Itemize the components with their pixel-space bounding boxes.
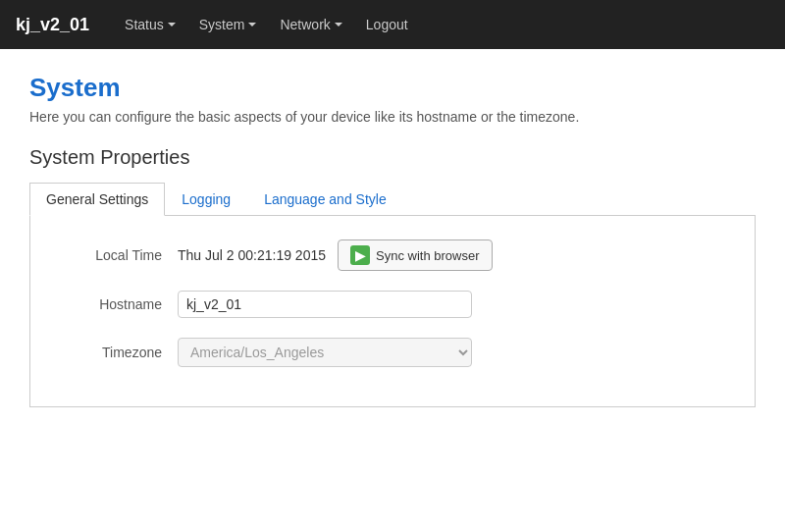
hostname-input[interactable]	[178, 291, 472, 318]
nav-brand[interactable]: kj_v2_01	[16, 15, 89, 35]
hostname-row: Hostname	[50, 291, 735, 318]
timezone-label: Timezone	[50, 345, 178, 360]
page-description: Here you can configure the basic aspects…	[29, 109, 756, 125]
timezone-select[interactable]: America/Los_Angeles UTC America/New_York…	[178, 338, 472, 367]
local-time-label: Local Time	[50, 247, 178, 263]
section-title: System Properties	[29, 146, 756, 169]
nav-item-logout[interactable]: Logout	[354, 0, 420, 49]
local-time-row: Local Time Thu Jul 2 00:21:19 2015 ▶ Syn…	[50, 239, 735, 271]
navbar: kj_v2_01 Status System Network Logout	[0, 0, 785, 49]
caret-icon	[168, 23, 176, 27]
tab-logging[interactable]: Logging	[165, 183, 247, 216]
sync-icon: ▶	[350, 245, 370, 265]
nav-item-network[interactable]: Network	[268, 0, 353, 49]
caret-icon	[335, 23, 342, 27]
main-content: System Here you can configure the basic …	[0, 49, 785, 431]
form-area: Local Time Thu Jul 2 00:21:19 2015 ▶ Syn…	[29, 216, 756, 407]
tab-language-and-style[interactable]: Language and Style	[247, 183, 403, 216]
caret-icon	[248, 23, 256, 27]
nav-item-system[interactable]: System	[187, 0, 269, 49]
hostname-label: Hostname	[50, 296, 178, 312]
local-time-value: Thu Jul 2 00:21:19 2015	[178, 247, 326, 263]
page-title: System	[29, 73, 756, 103]
sync-with-browser-button[interactable]: ▶ Sync with browser	[338, 239, 492, 271]
tabs-container: General Settings Logging Language and St…	[29, 183, 756, 216]
sync-btn-label: Sync with browser	[376, 248, 479, 263]
timezone-row: Timezone America/Los_Angeles UTC America…	[50, 338, 735, 367]
tab-general-settings[interactable]: General Settings	[29, 183, 165, 216]
nav-item-status[interactable]: Status	[113, 0, 187, 49]
